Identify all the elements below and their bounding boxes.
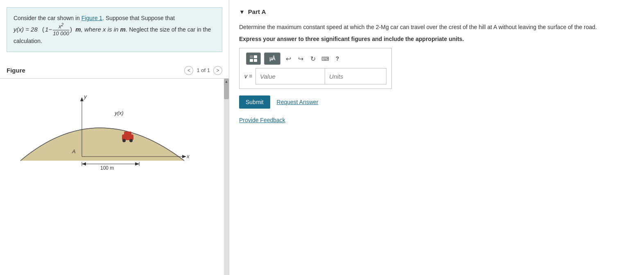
svg-marker-17 (135, 162, 139, 166)
problem-text-box: Consider the car shown in Figure 1. Supp… (7, 7, 222, 52)
redo-button[interactable]: ↪ (296, 54, 305, 63)
figure-prev-button[interactable]: < (184, 66, 193, 75)
right-panel: ▼ Part A Determine the maximum constant … (229, 0, 644, 275)
svg-text:100 m: 100 m (100, 165, 114, 171)
part-collapse-button[interactable]: ▼ (239, 9, 245, 15)
hill-diagram: y x A y(x) 100 m (8, 87, 205, 181)
figure-label: Figure (7, 67, 25, 74)
svg-text:y(x): y(x) (114, 110, 124, 116)
figure-area: y x A y(x) 100 m (0, 79, 229, 275)
refresh-icon: ↻ (310, 55, 316, 63)
svg-text:A: A (72, 148, 76, 155)
submit-button[interactable]: Submit (239, 95, 270, 109)
undo-icon: ↩ (286, 55, 291, 63)
svg-text:x: x (186, 153, 190, 159)
svg-text:y: y (84, 93, 87, 100)
part-header: ▼ Part A (239, 8, 634, 15)
redo-icon: ↪ (298, 55, 303, 63)
scroll-up-arrow[interactable]: ▲ (224, 79, 229, 84)
figure-header: Figure < 1 of 1 > (0, 60, 229, 79)
answer-input-box: μÂ ↩ ↪ ↻ ⌨ ? v = (239, 48, 392, 89)
value-input[interactable] (255, 68, 325, 84)
equation: y(x) = 28 ( 1− x2 10 000 ) m, where x is… (14, 26, 129, 33)
refresh-button[interactable]: ↻ (308, 54, 317, 63)
input-row: v = (244, 68, 386, 84)
mu-button[interactable]: μÂ (264, 52, 280, 65)
units-input[interactable] (325, 68, 386, 84)
figure-page-indicator: 1 of 1 (197, 67, 210, 73)
problem-intro: Consider the car shown in (14, 15, 81, 21)
submit-row: Submit Request Answer (239, 95, 634, 109)
svg-point-11 (129, 139, 133, 142)
svg-marker-1 (80, 97, 84, 101)
matrix-button[interactable] (246, 52, 261, 65)
figure-next-button[interactable]: > (213, 66, 222, 75)
equation-label: v = (244, 73, 252, 80)
toolbar: μÂ ↩ ↪ ↻ ⌨ ? (244, 52, 386, 65)
scrollbar[interactable]: ▲ (224, 79, 229, 275)
svg-marker-4 (182, 155, 186, 158)
problem-intro2: . Suppose that (102, 15, 139, 21)
request-answer-link[interactable]: Request Answer (277, 99, 319, 105)
instruction-text: Express your answer to three significant… (239, 36, 634, 42)
help-icon: ? (336, 55, 339, 62)
keyboard-icon: ⌨ (321, 56, 329, 62)
svg-point-10 (122, 139, 126, 142)
provide-feedback-link[interactable]: Provide Feedback (239, 117, 285, 123)
help-button[interactable]: ? (333, 54, 342, 63)
figure-nav: < 1 of 1 > (184, 66, 222, 75)
question-text: Determine the maximum constant speed at … (239, 23, 634, 32)
mu-label: μÂ (269, 56, 275, 61)
undo-button[interactable]: ↩ (284, 54, 293, 63)
part-title: Part A (248, 8, 266, 15)
svg-marker-16 (82, 162, 86, 166)
keyboard-button[interactable]: ⌨ (321, 54, 330, 63)
figure-link[interactable]: Figure 1 (81, 15, 102, 21)
svg-rect-9 (124, 132, 131, 135)
